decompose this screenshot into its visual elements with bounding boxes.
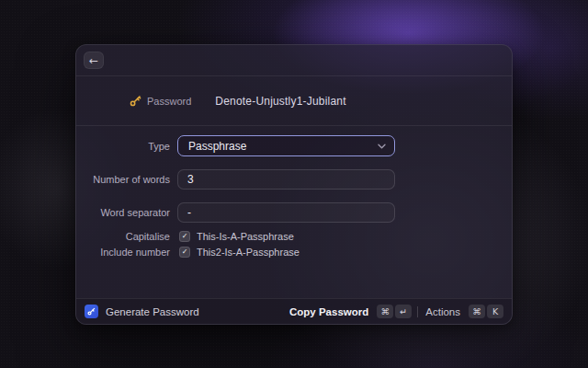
number-of-words-row: Number of words [76, 169, 512, 190]
capitalise-row: Capitalise ✓ This-Is-A-Passphrase [76, 231, 512, 242]
number-of-words-input[interactable] [177, 169, 395, 190]
include-number-preview-text: This2-Is-A-Passphrase [197, 247, 300, 258]
footer-divider [417, 306, 418, 317]
action-bar-right: Copy Password ⌘ ↵ Actions ⌘ K [289, 305, 503, 318]
type-label: Type [76, 141, 177, 152]
key-icon [130, 95, 141, 107]
back-button[interactable]: ← [84, 52, 104, 69]
type-select-value: Passphrase [188, 140, 246, 153]
capitalise-label: Capitalise [76, 231, 177, 242]
window-header: ← [76, 45, 512, 76]
include-number-label: Include number [76, 247, 177, 258]
return-key-badge: ↵ [395, 305, 412, 318]
copy-password-button[interactable]: Copy Password [289, 306, 368, 317]
type-row: Type Passphrase [76, 135, 512, 156]
summary-label: Password [147, 96, 191, 107]
k-key-badge: K [487, 305, 503, 318]
cmd-key-badge: ⌘ [377, 305, 393, 318]
capitalise-checkbox[interactable]: ✓ [179, 231, 190, 242]
checkmark-icon: ✓ [182, 248, 188, 256]
password-summary-row: Password Denote-Unjustly1-Jubilant [76, 76, 512, 126]
desktop-background: ← Password Denote-Unjustly1-Jubilant Typ… [0, 0, 588, 368]
generate-password-window: ← Password Denote-Unjustly1-Jubilant Typ… [75, 44, 513, 325]
back-arrow-icon: ← [89, 55, 98, 66]
type-select[interactable]: Passphrase [177, 135, 395, 156]
number-of-words-label: Number of words [76, 174, 177, 185]
checkmark-icon: ✓ [182, 233, 188, 240]
generated-password-value: Denote-Unjustly1-Jubilant [215, 95, 345, 108]
include-number-row: Include number ✓ This2-Is-A-Passphrase [76, 247, 512, 258]
cmd-key-badge: ⌘ [469, 305, 485, 318]
capitalise-preview-text: This-Is-A-Passphrase [197, 231, 294, 242]
word-separator-row: Word separator [76, 202, 512, 223]
action-bar: Generate Password Copy Password ⌘ ↵ Acti… [76, 298, 512, 324]
word-separator-label: Word separator [76, 207, 177, 218]
action-bar-left: Generate Password [85, 305, 199, 318]
chevron-down-icon [378, 144, 386, 149]
password-app-icon [85, 305, 98, 318]
word-separator-input[interactable] [177, 202, 395, 223]
password-options-form: Type Passphrase Number of words Word sep… [76, 126, 512, 298]
extension-title: Generate Password [106, 306, 199, 317]
include-number-checkbox[interactable]: ✓ [179, 247, 190, 258]
actions-button[interactable]: Actions [425, 306, 460, 317]
